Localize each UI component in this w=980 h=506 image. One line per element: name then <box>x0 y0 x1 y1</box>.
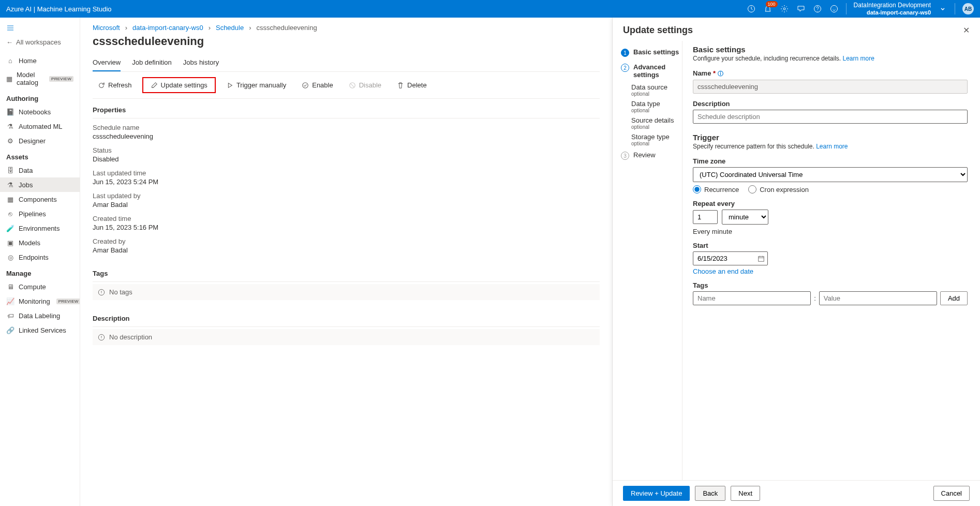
nav-icon: 🏷 <box>6 311 14 320</box>
tenant-picker[interactable]: DataIntegration Devlopment data-import-c… <box>854 2 931 15</box>
repeat-summary: Every minute <box>693 228 968 235</box>
back-arrow-icon: ← <box>6 38 13 46</box>
preview-badge: PREVIEW <box>56 299 80 304</box>
refresh-button[interactable]: Refresh <box>93 79 137 91</box>
smiley-icon[interactable] <box>829 4 839 13</box>
no-tags-row: No tags <box>93 284 600 300</box>
name-field[interactable] <box>693 80 968 94</box>
step-review[interactable]: 3Review <box>619 148 682 163</box>
back-button[interactable]: Back <box>695 486 725 501</box>
repeat-label: Repeat every <box>693 200 968 207</box>
learn-more-link[interactable]: Learn more <box>843 55 874 62</box>
timezone-select[interactable]: (UTC) Coordinated Universal Time <box>693 167 968 182</box>
panel-title: Update settings <box>623 25 693 36</box>
sidebar-item-model-catalog[interactable]: ▦Model catalogPREVIEW <box>0 68 80 90</box>
start-label: Start <box>693 242 968 249</box>
sidebar-heading: Authoring <box>0 90 80 105</box>
breadcrumb-link[interactable]: data-import-canary-ws0 <box>132 24 203 32</box>
breadcrumb-link[interactable]: Schedule <box>216 24 244 32</box>
update-settings-button[interactable]: Update settings <box>142 77 216 93</box>
section-tags: Tags <box>93 262 600 282</box>
next-button[interactable]: Next <box>731 486 760 501</box>
nav-icon: ⚗ <box>6 181 14 189</box>
start-date-field[interactable] <box>693 251 768 265</box>
sidebar-item-linked-services[interactable]: 🔗Linked Services <box>0 323 80 337</box>
svg-point-4 <box>303 82 308 88</box>
settings-icon[interactable] <box>780 4 789 13</box>
sidebar-item-designer[interactable]: ⚙Designer <box>0 133 80 148</box>
disable-button: Disable <box>344 79 387 91</box>
page-title: cssscheduleevening <box>93 35 600 48</box>
tag-name-field[interactable] <box>693 291 811 305</box>
sidebar-item-home[interactable]: ⌂Home <box>0 53 80 68</box>
avatar[interactable]: AB <box>962 3 974 14</box>
help-icon[interactable] <box>813 4 822 13</box>
tab-job-definition[interactable]: Job definition <box>132 55 172 71</box>
section-description: Description <box>93 307 600 327</box>
sidebar-item-endpoints[interactable]: ◎Endpoints <box>0 250 80 264</box>
sidebar-item-environments[interactable]: 🧪Environments <box>0 221 80 235</box>
sidebar-item-label: Automated ML <box>19 123 63 130</box>
sidebar-item-notebooks[interactable]: 📓Notebooks <box>0 105 80 119</box>
tag-value-field[interactable] <box>819 291 937 305</box>
clock-icon[interactable] <box>747 4 756 13</box>
property-row: Schedule namecssscheduleevening <box>93 118 600 141</box>
substep-storage-type[interactable]: Storage typeoptional <box>619 131 682 148</box>
step-basic-settings[interactable]: 1Basic settings <box>619 45 682 60</box>
cancel-button[interactable]: Cancel <box>933 486 970 501</box>
property-row: Last updated timeJun 15, 2023 5:24 PM <box>93 164 600 187</box>
sidebar-item-label: Model catalog <box>17 71 43 86</box>
close-icon[interactable]: ✕ <box>963 25 970 35</box>
review-update-button[interactable]: Review + Update <box>623 486 690 501</box>
nav-icon: ⚙ <box>6 137 14 145</box>
substep-data-source[interactable]: Data sourceoptional <box>619 82 682 98</box>
choose-end-date-link[interactable]: Choose an end date <box>693 267 753 275</box>
sidebar-item-label: Jobs <box>19 181 33 189</box>
repeat-value-field[interactable] <box>693 210 718 224</box>
sidebar-item-automated-ml[interactable]: ⚗Automated ML <box>0 119 80 133</box>
notifications-icon[interactable]: 100 <box>763 4 773 13</box>
sidebar-item-label: Home <box>19 57 37 65</box>
nav-icon: 🗄 <box>6 166 14 174</box>
nav-icon: 🧪 <box>6 224 14 232</box>
info-icon[interactable]: ⓘ <box>718 70 723 77</box>
update-settings-panel: Update settings ✕ 1Basic settings 2Advan… <box>613 18 980 506</box>
repeat-unit-select[interactable]: minute <box>722 210 768 225</box>
substep-data-type[interactable]: Data typeoptional <box>619 98 682 115</box>
sidebar-item-compute[interactable]: 🖥Compute <box>0 279 80 294</box>
sidebar-item-components[interactable]: ▦Components <box>0 192 80 206</box>
recurrence-radio[interactable]: Recurrence <box>693 185 739 194</box>
sidebar-item-jobs[interactable]: ⚗Jobs <box>0 177 80 192</box>
sidebar-item-label: Linked Services <box>19 326 66 334</box>
description-field[interactable] <box>693 110 968 124</box>
header-separator <box>846 3 847 14</box>
add-tag-button[interactable]: Add <box>940 291 968 305</box>
enable-button[interactable]: Enable <box>296 79 338 91</box>
name-label: Name * ⓘ <box>693 69 968 78</box>
learn-more-link[interactable]: Learn more <box>816 143 848 150</box>
sidebar-item-models[interactable]: ▣Models <box>0 235 80 250</box>
sidebar-item-data[interactable]: 🗄Data <box>0 163 80 177</box>
sidebar-item-label: Data Labeling <box>19 312 60 320</box>
trigger-heading: Trigger <box>693 133 968 142</box>
feedback-icon[interactable] <box>796 4 806 13</box>
chevron-down-icon[interactable] <box>938 4 947 13</box>
breadcrumb-link[interactable]: Microsoft <box>93 24 120 32</box>
cron-radio[interactable]: Cron expression <box>748 185 809 194</box>
step-advanced-settings[interactable]: 2Advanced settings <box>619 60 682 82</box>
hamburger-icon[interactable] <box>0 22 80 35</box>
tab-overview[interactable]: Overview <box>93 55 121 71</box>
substep-source-details[interactable]: Source detailsoptional <box>619 115 682 131</box>
property-row: Created timeJun 15, 2023 5:16 PM <box>93 210 600 232</box>
tab-jobs-history[interactable]: Jobs history <box>183 55 219 71</box>
trigger-manually-button[interactable]: Trigger manually <box>221 79 291 91</box>
delete-button[interactable]: Delete <box>392 79 432 91</box>
sidebar-item-data-labeling[interactable]: 🏷Data Labeling <box>0 308 80 323</box>
sidebar-item-pipelines[interactable]: ⎋Pipelines <box>0 206 80 221</box>
sidebar-item-label: Notebooks <box>19 108 51 116</box>
nav-icon: 🖥 <box>6 282 14 291</box>
nav-icon: 🔗 <box>6 326 14 334</box>
tags-label: Tags <box>693 281 968 289</box>
back-all-workspaces[interactable]: ← All workspaces <box>0 35 80 49</box>
sidebar-item-monitoring[interactable]: 📈MonitoringPREVIEW <box>0 294 80 308</box>
